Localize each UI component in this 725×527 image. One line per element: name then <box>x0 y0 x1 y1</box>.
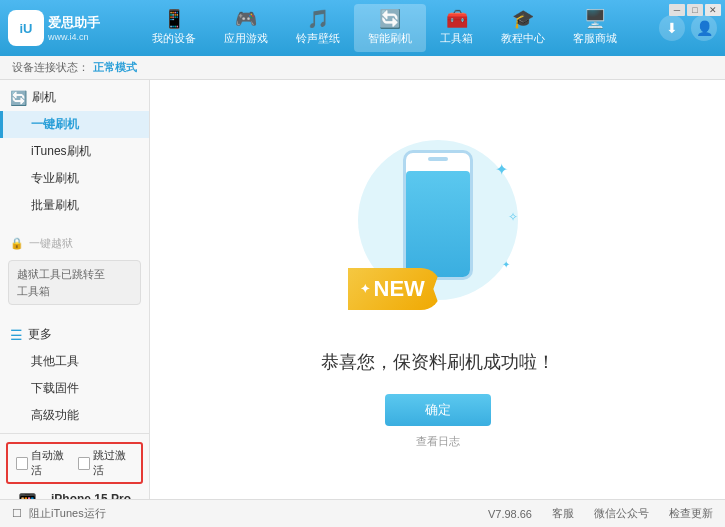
device-icon: 📱 <box>163 10 185 28</box>
main-layout: 🔄 刷机 一键刷机 iTunes刷机 专业刷机 批量刷机 🔒 <box>0 80 725 499</box>
sidebar-note-line1: 越狱工具已跳转至 <box>17 268 105 280</box>
logo-icon: iU <box>8 10 44 46</box>
toolbox-icon: 🧰 <box>446 10 468 28</box>
device-name: iPhone 15 Pro Max <box>51 490 139 499</box>
ringtone-icon: 🎵 <box>307 10 329 28</box>
nav-label-apps-games: 应用游戏 <box>224 31 268 46</box>
sidebar-label-advanced: 高级功能 <box>31 408 79 422</box>
phone-device <box>403 150 473 280</box>
logo-area: iU 爱思助手 www.i4.cn <box>8 10 118 46</box>
flash-icon: 🔄 <box>379 10 401 28</box>
nav-item-smart-flash[interactable]: 🔄 智能刷机 <box>354 4 426 52</box>
phone-screen <box>406 171 470 277</box>
skip-activate-label: 跳过激活 <box>93 448 133 478</box>
nav-label-service: 客服商城 <box>573 31 617 46</box>
sidebar-label-itunes: iTunes刷机 <box>31 144 91 158</box>
nav-items: 📱 我的设备 🎮 应用游戏 🎵 铃声壁纸 🔄 智能刷机 🧰 工具箱 🎓 <box>118 4 651 52</box>
apps-icon: 🎮 <box>235 10 257 28</box>
success-title: 恭喜您，保资料刷机成功啦！ <box>321 350 555 374</box>
new-badge: NEW <box>348 268 441 310</box>
more-section-icon: ☰ <box>10 327 23 343</box>
header-right: ⬇ 👤 <box>659 15 717 41</box>
sidebar-item-batch-flash[interactable]: 批量刷机 <box>0 192 149 219</box>
sidebar-section-more-header: ☰ 更多 <box>0 321 149 348</box>
footer-version: V7.98.66 <box>488 508 532 520</box>
minimize-button[interactable]: ─ <box>669 4 685 16</box>
maximize-button[interactable]: □ <box>687 4 703 16</box>
sparkle-3-icon: ✦ <box>502 259 510 270</box>
user-button[interactable]: 👤 <box>691 15 717 41</box>
nav-label-ringtones: 铃声壁纸 <box>296 31 340 46</box>
brand-name: 爱思助手 <box>48 14 100 32</box>
logo-text: 爱思助手 www.i4.cn <box>48 14 100 42</box>
sidebar-bottom: 自动激活 跳过激活 📱 iPhone 15 Pro Max 512GB iPho… <box>0 433 149 499</box>
status-bar: 设备连接状态： 正常模式 <box>0 56 725 80</box>
sidebar-disabled-label: 一键越狱 <box>29 236 73 251</box>
sidebar-item-download-firmware[interactable]: 下载固件 <box>0 375 149 402</box>
window-controls: ─ □ ✕ <box>669 4 721 16</box>
download-button[interactable]: ⬇ <box>659 15 685 41</box>
sidebar-section-more: ☰ 更多 其他工具 下载固件 高级功能 <box>0 317 149 433</box>
sidebar-label-one-key: 一键刷机 <box>31 117 79 131</box>
device-phone-icon: 📱 <box>10 492 45 499</box>
sidebar-item-pro-flash[interactable]: 专业刷机 <box>0 165 149 192</box>
close-button[interactable]: ✕ <box>705 4 721 16</box>
sidebar-section-flash-label: 刷机 <box>32 89 56 106</box>
sidebar-label-download-firmware: 下载固件 <box>31 381 79 395</box>
service-icon: 🖥️ <box>584 10 606 28</box>
nav-label-tutorials: 教程中心 <box>501 31 545 46</box>
brand-url: www.i4.cn <box>48 32 100 42</box>
auto-activate-checkbox[interactable] <box>16 457 28 470</box>
status-value: 正常模式 <box>93 60 137 75</box>
sidebar-disabled-jailbreak: 🔒 一键越狱 <box>0 231 149 256</box>
nav-item-apps-games[interactable]: 🎮 应用游戏 <box>210 4 282 52</box>
device-details: iPhone 15 Pro Max 512GB iPhone <box>51 490 139 499</box>
auto-activate-checkbox-item[interactable]: 自动激活 <box>16 448 72 478</box>
device-info: 📱 iPhone 15 Pro Max 512GB iPhone <box>0 486 149 499</box>
sidebar-item-other-tools[interactable]: 其他工具 <box>0 348 149 375</box>
sidebar-section-flash-header: 🔄 刷机 <box>0 84 149 111</box>
main-content: NEW ✦ ✧ ✦ 恭喜您，保资料刷机成功啦！ 确定 查看日志 <box>150 80 725 499</box>
success-illustration: NEW ✦ ✧ ✦ <box>348 130 528 330</box>
phone-notch <box>428 157 448 161</box>
sparkle-2-icon: ✧ <box>508 210 518 224</box>
nav-item-service[interactable]: 🖥️ 客服商城 <box>559 4 631 52</box>
header: iU 爱思助手 www.i4.cn 📱 我的设备 🎮 应用游戏 🎵 铃声壁纸 🔄 <box>0 0 725 56</box>
sidebar: 🔄 刷机 一键刷机 iTunes刷机 专业刷机 批量刷机 🔒 <box>0 80 150 499</box>
nav-item-ringtones[interactable]: 🎵 铃声壁纸 <box>282 4 354 52</box>
view-log-link[interactable]: 查看日志 <box>416 434 460 449</box>
flash-section-icon: 🔄 <box>10 90 27 106</box>
sidebar-item-itunes-flash[interactable]: iTunes刷机 <box>0 138 149 165</box>
auto-activate-row: 自动激活 跳过激活 <box>6 442 143 484</box>
nav-item-my-device[interactable]: 📱 我的设备 <box>138 4 210 52</box>
stop-itunes-footer[interactable]: ☐ 阻止iTunes运行 <box>12 506 106 521</box>
sidebar-section-more-label: 更多 <box>28 326 52 343</box>
sidebar-note-line2: 工具箱 <box>17 285 50 297</box>
stop-itunes-label: 阻止iTunes运行 <box>29 507 106 519</box>
nav-label-my-device: 我的设备 <box>152 31 196 46</box>
nav-label-toolbox: 工具箱 <box>440 31 473 46</box>
skip-activate-checkbox[interactable] <box>78 457 90 470</box>
footer: ☐ 阻止iTunes运行 V7.98.66 客服 微信公众号 检查更新 <box>0 499 725 527</box>
logo-char: iU <box>20 21 33 36</box>
nav-label-smart-flash: 智能刷机 <box>368 31 412 46</box>
sidebar-section-flash: 🔄 刷机 一键刷机 iTunes刷机 专业刷机 批量刷机 <box>0 80 149 223</box>
tutorial-icon: 🎓 <box>512 10 534 28</box>
sparkle-1-icon: ✦ <box>495 160 508 179</box>
footer-link-update[interactable]: 检查更新 <box>669 506 713 521</box>
nav-item-tutorials[interactable]: 🎓 教程中心 <box>487 4 559 52</box>
footer-link-wechat[interactable]: 微信公众号 <box>594 506 649 521</box>
new-badge-text: NEW <box>374 276 425 302</box>
sidebar-label-batch: 批量刷机 <box>31 198 79 212</box>
sidebar-label-other-tools: 其他工具 <box>31 354 79 368</box>
footer-link-desktop[interactable]: 客服 <box>552 506 574 521</box>
sidebar-item-advanced[interactable]: 高级功能 <box>0 402 149 429</box>
auto-activate-label: 自动激活 <box>31 448 71 478</box>
sidebar-item-one-key-flash[interactable]: 一键刷机 <box>0 111 149 138</box>
nav-item-toolbox[interactable]: 🧰 工具箱 <box>426 4 487 52</box>
stop-itunes-checkbox[interactable]: ☐ <box>12 507 22 519</box>
sidebar-label-pro: 专业刷机 <box>31 171 79 185</box>
skip-activate-checkbox-item[interactable]: 跳过激活 <box>78 448 134 478</box>
confirm-button[interactable]: 确定 <box>385 394 491 426</box>
status-label: 设备连接状态： <box>12 60 89 75</box>
